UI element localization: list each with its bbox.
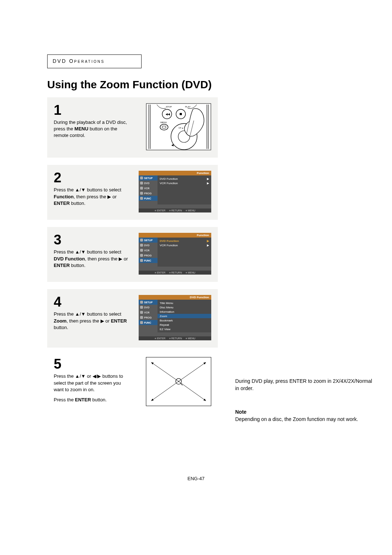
step-number: 1 xyxy=(54,103,130,117)
osd-tab-func: FUNC xyxy=(139,320,158,325)
osd-menu: DVD Function SETUP DVD VCR PROG FUNC Tit… xyxy=(139,295,211,340)
osd-tab-prog: PROG xyxy=(139,191,158,196)
osd-row: DVD Function▶ xyxy=(160,177,209,181)
osd-row: VCR Function▶ xyxy=(160,243,209,247)
step-number: 3 xyxy=(54,233,130,247)
step-4: 4 Press the ▲/▼ buttons to select Zoom, … xyxy=(47,289,218,348)
step-number: 4 xyxy=(54,295,130,309)
right-icon: ▶ xyxy=(101,318,104,324)
step-text: During the playback of a DVD disc, press… xyxy=(54,119,130,139)
right-icon: ▶ xyxy=(119,256,122,262)
up-down-icon: ▲/▼ xyxy=(75,249,86,255)
up-down-icon: ▲/▼ xyxy=(75,187,86,193)
note-text: Depending on a disc, the Zoom function m… xyxy=(235,416,377,423)
svg-line-18 xyxy=(151,362,179,381)
side-notes: During DVD play, press ENTER to zoom in … xyxy=(235,378,377,423)
svg-text:◀◀: ◀◀ xyxy=(166,113,170,116)
note-label: Note xyxy=(235,409,246,415)
svg-line-20 xyxy=(151,381,179,401)
osd-tab-func: FUNC xyxy=(139,258,158,263)
svg-point-12 xyxy=(160,124,168,130)
osd-row: Disc Menu xyxy=(160,305,209,309)
step-3: 3 Press the ▲/▼ buttons to select DVD Fu… xyxy=(47,227,218,282)
osd-row-highlighted: Zoom xyxy=(158,314,211,318)
left-right-icon: ◀/▶ xyxy=(93,373,101,380)
osd-tab-dvd: DVD xyxy=(139,243,158,248)
step-text: Press the ▲/▼ buttons to select DVD Func… xyxy=(54,249,130,269)
osd-tab-setup: SETUP xyxy=(139,175,158,181)
step-2: 2 Press the ▲/▼ buttons to select Functi… xyxy=(47,165,218,220)
up-down-icon: ▲/▼ xyxy=(75,373,86,380)
osd-tab-func: FUNC xyxy=(139,196,158,201)
osd-tab-vcr: VCR xyxy=(139,310,158,315)
svg-text:MENU: MENU xyxy=(160,121,167,123)
zoom-diagram: + xyxy=(146,357,211,406)
osd-row: VCR Function▶ xyxy=(160,181,209,185)
svg-line-19 xyxy=(179,362,206,381)
right-icon: ▶ xyxy=(107,194,111,200)
osd-tab-vcr: VCR xyxy=(139,248,158,253)
osd-tab-prog: PROG xyxy=(139,253,158,258)
osd-menu: Function SETUP DVD VCR PROG FUNC DVD Fun… xyxy=(139,233,211,275)
step-text: Press the ▲/▼ or ◀/▶ buttons to select t… xyxy=(54,373,130,403)
osd-row: Bookmark xyxy=(160,318,209,323)
svg-line-21 xyxy=(179,381,206,401)
svg-text:+: + xyxy=(178,380,180,383)
osd-row: DVD Function▶ xyxy=(160,239,209,243)
step-text: Press the ▲/▼ buttons to select Zoom, th… xyxy=(54,311,130,331)
page-title: Using the Zoom Function (DVD) xyxy=(47,78,345,91)
osd-tab-setup: SETUP xyxy=(139,300,158,305)
step-number: 5 xyxy=(54,357,130,371)
osd-row: EZ View xyxy=(160,327,209,331)
page-number: ENG-47 xyxy=(0,476,392,481)
section-label: DVD Operations xyxy=(53,58,105,64)
remote-illustration: STOP PLAY ◀◀ MENU CH ▲ TRK ◀ xyxy=(146,103,211,150)
osd-menu: Function SETUP DVD VCR PROG FUNC DVD Fun… xyxy=(139,171,211,212)
svg-rect-10 xyxy=(180,113,182,115)
osd-row: Information xyxy=(160,309,209,314)
step-1: 1 During the playback of a DVD disc, pre… xyxy=(47,97,218,158)
step-text: Press the ▲/▼ buttons to select Function… xyxy=(54,187,130,207)
osd-tab-prog: PROG xyxy=(139,315,158,320)
svg-text:PLAY: PLAY xyxy=(185,106,191,108)
step-5: 5 Press the ▲/▼ or ◀/▶ buttons to select… xyxy=(47,355,218,406)
svg-text:STOP: STOP xyxy=(166,106,172,108)
up-down-icon: ▲/▼ xyxy=(75,311,86,317)
zoom-order-text: During DVD play, press ENTER to zoom in … xyxy=(235,378,377,392)
osd-tab-setup: SETUP xyxy=(139,238,158,243)
osd-tab-dvd: DVD xyxy=(139,181,158,186)
section-header-box: DVD Operations xyxy=(47,54,142,68)
osd-row: Repeat xyxy=(160,323,209,327)
osd-row: Title Menu xyxy=(160,301,209,305)
step-number: 2 xyxy=(54,171,130,185)
osd-tab-vcr: VCR xyxy=(139,186,158,191)
svg-text:◀: ◀ xyxy=(171,143,174,147)
osd-tab-dvd: DVD xyxy=(139,305,158,310)
